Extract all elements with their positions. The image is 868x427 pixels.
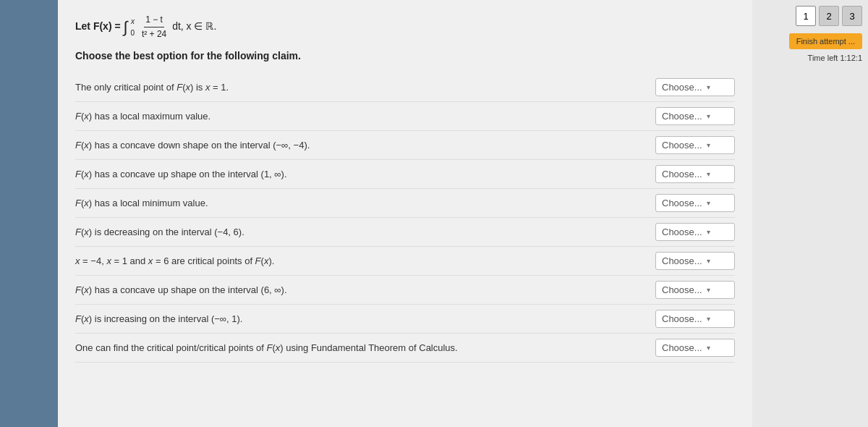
choose-dropdown-7[interactable]: Choose... ▾ — [655, 252, 735, 270]
formula-suffix: dt, x ∈ ℝ. — [172, 20, 216, 32]
claim-text: F(x) has a concave up shape on the inter… — [75, 168, 655, 181]
chevron-down-icon: ▾ — [707, 228, 710, 236]
claim-row: F(x) has a concave up shape on the inter… — [75, 160, 735, 189]
claim-row: The only critical point of F(x) is x = 1… — [75, 73, 735, 102]
finish-attempt-button[interactable]: Finish attempt ... — [789, 33, 862, 49]
formula-section: Let F(x) = ∫ x 0 1 − t t² + 24 dt, x ∈ ℝ… — [75, 13, 735, 41]
chevron-down-icon: ▾ — [707, 141, 710, 149]
left-panel — [0, 0, 58, 427]
chevron-down-icon: ▾ — [707, 112, 710, 120]
chevron-down-icon: ▾ — [707, 199, 710, 207]
choose-dropdown-6[interactable]: Choose... ▾ — [655, 223, 735, 241]
choose-dropdown-4[interactable]: Choose... ▾ — [655, 165, 735, 183]
choose-dropdown-8[interactable]: Choose... ▾ — [655, 281, 735, 299]
chevron-down-icon: ▾ — [707, 344, 710, 352]
claim-row: F(x) has a local maximum value. Choose..… — [75, 102, 735, 131]
claim-row: F(x) has a concave up shape on the inter… — [75, 276, 735, 305]
choose-dropdown-9[interactable]: Choose... ▾ — [655, 310, 735, 328]
integral-symbol: ∫ — [124, 18, 128, 36]
dropdown-label: Choose... — [662, 255, 702, 266]
claim-text: The only critical point of F(x) is x = 1… — [75, 81, 655, 94]
claim-text: F(x) has a local maximum value. — [75, 110, 655, 123]
dropdown-label: Choose... — [662, 82, 702, 93]
nav-btn-1[interactable]: 1 — [796, 6, 816, 26]
dropdown-label: Choose... — [662, 284, 702, 295]
fraction-numerator: 1 − t — [144, 13, 164, 28]
claim-row: F(x) has a local minimum value. Choose..… — [75, 189, 735, 218]
integral-lower: 0 — [130, 28, 135, 39]
dropdown-label: Choose... — [662, 313, 702, 324]
claim-text: x = −4, x = 1 and x = 6 are critical poi… — [75, 255, 655, 268]
question-nav: 1 2 3 — [796, 6, 862, 26]
time-left-display: Time left 1:12:1 — [808, 54, 862, 62]
main-content: Let F(x) = ∫ x 0 1 − t t² + 24 dt, x ∈ ℝ… — [58, 0, 752, 427]
chevron-down-icon: ▾ — [707, 286, 710, 294]
instruction-text: Choose the best option for the following… — [75, 50, 735, 62]
claim-text: One can find the critical point/critical… — [75, 342, 655, 355]
dropdown-label: Choose... — [662, 198, 702, 208]
nav-btn-3[interactable]: 3 — [842, 6, 862, 26]
formula-display: Let F(x) = ∫ x 0 1 − t t² + 24 dt, x ∈ ℝ… — [75, 20, 216, 32]
dropdown-label: Choose... — [662, 169, 702, 179]
integrand-fraction: 1 − t t² + 24 — [140, 13, 168, 41]
claim-text: F(x) has a concave down shape on the int… — [75, 139, 655, 152]
choose-dropdown-3[interactable]: Choose... ▾ — [655, 136, 735, 154]
choose-dropdown-10[interactable]: Choose... ▾ — [655, 339, 735, 357]
claim-text: F(x) has a local minimum value. — [75, 197, 655, 210]
claims-list: The only critical point of F(x) is x = 1… — [75, 73, 735, 363]
claim-row: F(x) has a concave down shape on the int… — [75, 131, 735, 160]
right-panel: 1 2 3 Finish attempt ... Time left 1:12:… — [752, 0, 868, 427]
chevron-down-icon: ▾ — [707, 315, 710, 323]
dropdown-label: Choose... — [662, 342, 702, 353]
dropdown-label: Choose... — [662, 140, 702, 151]
dropdown-label: Choose... — [662, 227, 702, 237]
choose-dropdown-1[interactable]: Choose... ▾ — [655, 78, 735, 96]
claim-row: F(x) is increasing on the interval (−∞, … — [75, 305, 735, 334]
claim-row: x = −4, x = 1 and x = 6 are critical poi… — [75, 247, 735, 276]
nav-btn-2[interactable]: 2 — [819, 6, 839, 26]
chevron-down-icon: ▾ — [707, 170, 710, 178]
chevron-down-icon: ▾ — [707, 83, 710, 91]
choose-dropdown-5[interactable]: Choose... ▾ — [655, 194, 735, 212]
claim-text: F(x) is decreasing on the interval (−4, … — [75, 226, 655, 239]
claim-row: One can find the critical point/critical… — [75, 334, 735, 363]
integral-upper: x — [131, 16, 135, 28]
claim-text: F(x) has a concave up shape on the inter… — [75, 284, 655, 297]
dropdown-label: Choose... — [662, 111, 702, 122]
choose-dropdown-2[interactable]: Choose... ▾ — [655, 107, 735, 125]
integral-limits: x 0 — [130, 16, 135, 39]
claim-row: F(x) is decreasing on the interval (−4, … — [75, 218, 735, 247]
chevron-down-icon: ▾ — [707, 257, 710, 265]
fraction-denominator: t² + 24 — [140, 28, 168, 41]
claim-text: F(x) is increasing on the interval (−∞, … — [75, 313, 655, 326]
